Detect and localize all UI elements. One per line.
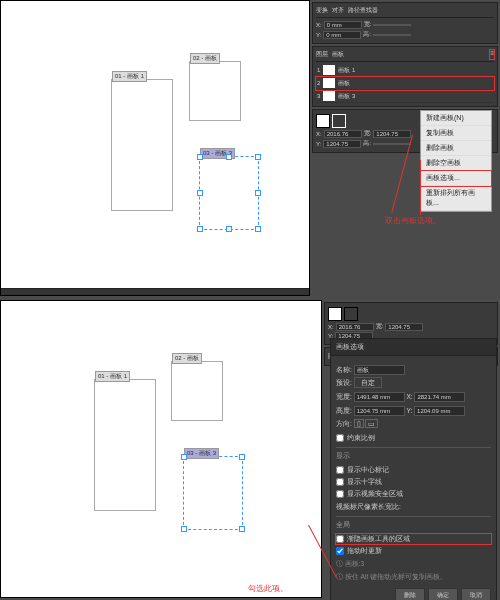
stroke-swatch[interactable] xyxy=(344,307,358,321)
show-center-checkbox[interactable] xyxy=(336,466,344,474)
canvas-top[interactable]: 01 - 画板 1 02 - 画板 03 - 画板 3 xyxy=(0,0,310,296)
transform-panel: 变换 对齐 路径查找器 X:0 mm宽: Y:0 mm高: xyxy=(312,2,498,44)
menu-item[interactable]: 删除空画板 xyxy=(421,156,491,171)
artboard-label: 01 - 画板 1 xyxy=(95,371,130,382)
artboard-label: 01 - 画板 1 xyxy=(112,71,147,82)
tab[interactable]: 图层 xyxy=(316,50,328,59)
keep-proportion-checkbox[interactable] xyxy=(336,434,344,442)
menu-item[interactable]: 重新排列所有画板... xyxy=(421,186,491,211)
fade-outside-checkbox[interactable] xyxy=(336,535,344,543)
height-input[interactable] xyxy=(354,406,405,416)
stroke-swatch[interactable] xyxy=(332,114,346,128)
h-scrollbar[interactable] xyxy=(1,288,309,295)
artboard-label: 02 - 画板 xyxy=(172,353,202,364)
annotation: 双击画板选项。 xyxy=(385,215,441,226)
annotation: 勾选此项。 xyxy=(248,583,288,594)
tab[interactable]: 对齐 xyxy=(332,6,344,15)
artboard-label: 02 - 画板 xyxy=(190,53,220,64)
dialog-title: 画板选项 xyxy=(331,339,496,356)
artboard-row[interactable]: 3画板 3 xyxy=(316,90,494,103)
tab[interactable]: 变换 xyxy=(316,6,328,15)
ok-button[interactable]: 确定 xyxy=(428,588,458,600)
menu-item[interactable]: 删除画板 xyxy=(421,141,491,156)
cancel-button[interactable]: 取消 xyxy=(461,588,491,600)
artboards-panel: 图层 画板 ≡ 1画板 1 2画板 3画板 3 xyxy=(312,46,498,107)
delete-button[interactable]: 删除 xyxy=(395,588,425,600)
artboard-options-dialog: 画板选项 名称: 预设: 自定 宽度: X: 高度: Y: 方向: ▯ ▭ 约束… xyxy=(330,338,497,600)
name-input[interactable] xyxy=(354,365,405,375)
show-safe-checkbox[interactable] xyxy=(336,490,344,498)
drag-update-checkbox[interactable] xyxy=(336,547,344,555)
orient-landscape-icon[interactable]: ▭ xyxy=(365,419,378,428)
artboard-label: 03 - 画板 3 xyxy=(184,448,219,459)
orient-portrait-icon[interactable]: ▯ xyxy=(354,419,364,428)
tab[interactable]: 路径查找器 xyxy=(348,6,378,15)
panel-menu-icon[interactable]: ≡ xyxy=(490,50,494,59)
artboard-row[interactable]: 1画板 1 xyxy=(316,64,494,77)
fill-swatch[interactable] xyxy=(328,307,342,321)
y-input[interactable] xyxy=(414,406,465,416)
x-input[interactable] xyxy=(414,392,465,402)
menu-item[interactable]: 新建画板(N) xyxy=(421,111,491,126)
menu-item[interactable]: 复制画板 xyxy=(421,126,491,141)
menu-item-artboard-options[interactable]: 画板选项... xyxy=(421,171,491,186)
tab[interactable]: 画板 xyxy=(332,50,344,59)
canvas-bottom[interactable]: 01 - 画板 1 02 - 画板 03 - 画板 3 xyxy=(0,300,322,598)
preset-select[interactable]: 自定 xyxy=(354,377,382,388)
width-input[interactable] xyxy=(354,392,405,402)
fill-swatch[interactable] xyxy=(316,114,330,128)
show-cross-checkbox[interactable] xyxy=(336,478,344,486)
context-menu: 新建画板(N) 复制画板 删除画板 删除空画板 画板选项... 重新排列所有画板… xyxy=(420,110,492,212)
artboard-row[interactable]: 2画板 xyxy=(316,77,494,90)
